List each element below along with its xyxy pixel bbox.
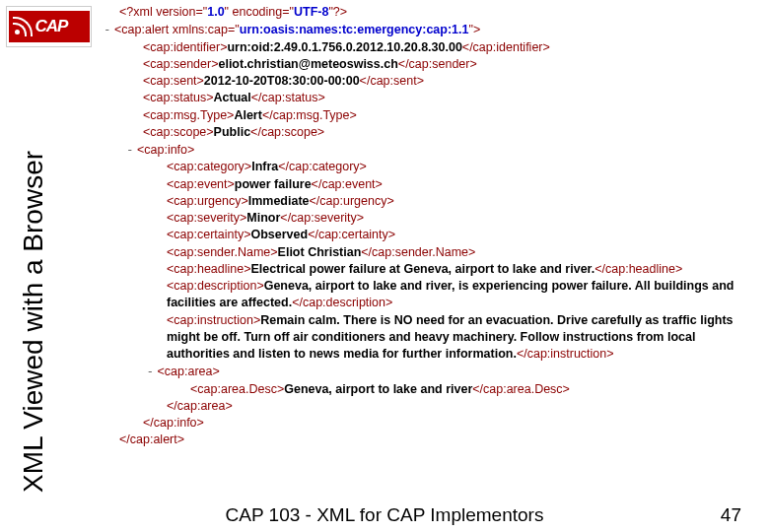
severity-value: Minor (246, 211, 280, 225)
msgtype-value: Alert (234, 108, 261, 122)
identifier-value: urn:oid:2.49.0.1.756.0.2012.10.20.8.30.0… (227, 40, 461, 54)
logo-text: CAP (35, 17, 68, 36)
sendername-value: Eliot Christian (278, 245, 362, 259)
xmlns-value: urn:oasis:names:tc:emergency:cap:1.1 (240, 23, 469, 36)
headline-value: Electrical power failure at Geneva, airp… (251, 262, 595, 276)
slide-page-number: 47 (721, 504, 741, 526)
sent-value: 2012-10-20T08:30:00-00:00 (204, 74, 360, 88)
event-value: power failure (235, 177, 312, 191)
scope-value: Public (214, 125, 251, 139)
sender-value: eliot.christian@meteoswiss.ch (218, 57, 397, 71)
cap-logo: CAP (6, 6, 92, 47)
slide-vertical-title: XML Viewed with a Browser (18, 151, 49, 493)
xml-decl-encoding: UTF-8 (294, 5, 328, 19)
certainty-value: Observed (250, 228, 308, 241)
areadesc-value: Geneva, airport to lake and river (284, 382, 472, 396)
status-value: Actual (214, 91, 251, 104)
category-value: Infra (251, 160, 278, 173)
urgency-value: Immediate (248, 194, 310, 208)
slide-footer: CAP 103 - XML for CAP Implementors (0, 504, 769, 526)
xml-decl-version: 1.0 (207, 5, 224, 19)
xml-content: <?xml version="1.0" encoding="UTF-8"?> -… (104, 4, 759, 449)
